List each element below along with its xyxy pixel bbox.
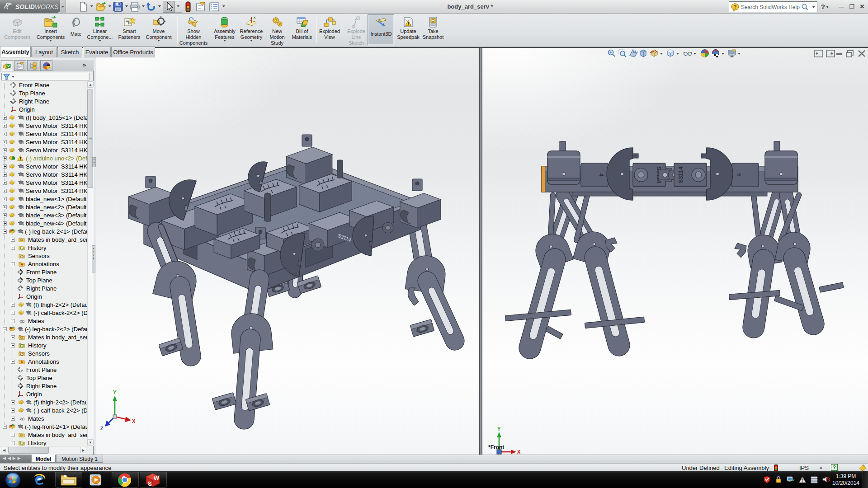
svg-text:X: X [517,449,521,455]
svg-text:Y: Y [113,389,117,395]
svg-text:W: W [154,474,160,482]
svg-text:?: ? [734,4,737,9]
svg-text:S3114: S3114 [677,166,684,183]
svg-text:Y: Y [497,426,501,432]
svg-text:X: X [132,418,136,424]
svg-text:S: S [148,480,152,487]
svg-text:Z: Z [100,426,103,431]
svg-text:a: a [736,173,742,176]
svg-text:4: 4 [598,174,604,177]
svg-text:*Front: *Front [488,444,504,450]
